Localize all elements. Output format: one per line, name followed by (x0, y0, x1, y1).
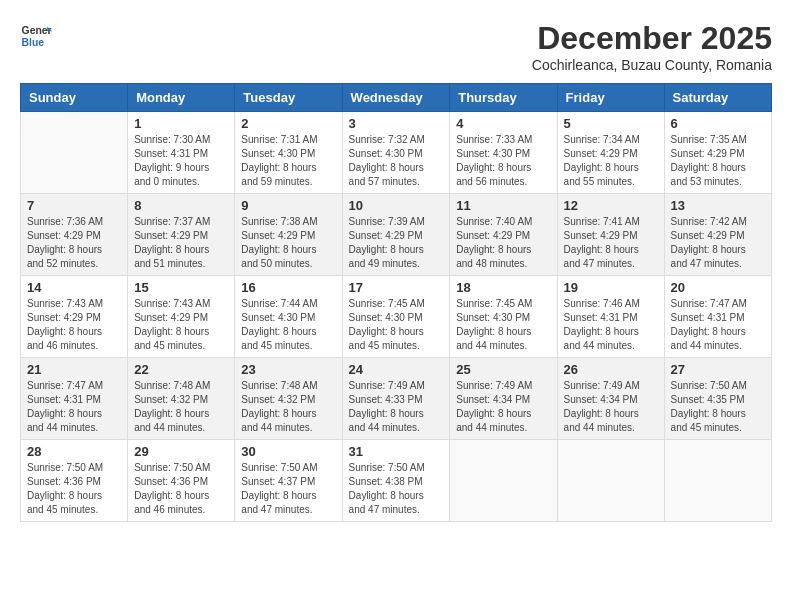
calendar-day-cell: 1Sunrise: 7:30 AMSunset: 4:31 PMDaylight… (128, 112, 235, 194)
day-info: Sunrise: 7:38 AMSunset: 4:29 PMDaylight:… (241, 215, 335, 271)
day-number: 6 (671, 116, 765, 131)
day-number: 30 (241, 444, 335, 459)
day-number: 11 (456, 198, 550, 213)
day-info: Sunrise: 7:50 AMSunset: 4:35 PMDaylight:… (671, 379, 765, 435)
logo: General Blue (20, 20, 52, 52)
calendar-day-cell: 23Sunrise: 7:48 AMSunset: 4:32 PMDayligh… (235, 358, 342, 440)
calendar-day-cell: 27Sunrise: 7:50 AMSunset: 4:35 PMDayligh… (664, 358, 771, 440)
calendar-day-cell (557, 440, 664, 522)
day-info: Sunrise: 7:43 AMSunset: 4:29 PMDaylight:… (27, 297, 121, 353)
day-number: 20 (671, 280, 765, 295)
calendar-week-row: 7Sunrise: 7:36 AMSunset: 4:29 PMDaylight… (21, 194, 772, 276)
day-info: Sunrise: 7:45 AMSunset: 4:30 PMDaylight:… (456, 297, 550, 353)
day-info: Sunrise: 7:36 AMSunset: 4:29 PMDaylight:… (27, 215, 121, 271)
day-number: 2 (241, 116, 335, 131)
location-subtitle: Cochirleanca, Buzau County, Romania (532, 57, 772, 73)
day-number: 8 (134, 198, 228, 213)
calendar-day-cell: 12Sunrise: 7:41 AMSunset: 4:29 PMDayligh… (557, 194, 664, 276)
calendar-day-cell: 9Sunrise: 7:38 AMSunset: 4:29 PMDaylight… (235, 194, 342, 276)
day-info: Sunrise: 7:43 AMSunset: 4:29 PMDaylight:… (134, 297, 228, 353)
calendar-day-cell: 17Sunrise: 7:45 AMSunset: 4:30 PMDayligh… (342, 276, 450, 358)
day-number: 19 (564, 280, 658, 295)
calendar-table: SundayMondayTuesdayWednesdayThursdayFrid… (20, 83, 772, 522)
day-info: Sunrise: 7:33 AMSunset: 4:30 PMDaylight:… (456, 133, 550, 189)
column-header-wednesday: Wednesday (342, 84, 450, 112)
calendar-day-cell: 14Sunrise: 7:43 AMSunset: 4:29 PMDayligh… (21, 276, 128, 358)
calendar-week-row: 1Sunrise: 7:30 AMSunset: 4:31 PMDaylight… (21, 112, 772, 194)
column-header-monday: Monday (128, 84, 235, 112)
day-info: Sunrise: 7:34 AMSunset: 4:29 PMDaylight:… (564, 133, 658, 189)
day-info: Sunrise: 7:50 AMSunset: 4:36 PMDaylight:… (134, 461, 228, 517)
day-info: Sunrise: 7:46 AMSunset: 4:31 PMDaylight:… (564, 297, 658, 353)
title-block: December 2025 Cochirleanca, Buzau County… (532, 20, 772, 73)
day-number: 26 (564, 362, 658, 377)
day-number: 29 (134, 444, 228, 459)
calendar-day-cell: 13Sunrise: 7:42 AMSunset: 4:29 PMDayligh… (664, 194, 771, 276)
logo-icon: General Blue (20, 20, 52, 52)
day-number: 24 (349, 362, 444, 377)
day-number: 10 (349, 198, 444, 213)
day-info: Sunrise: 7:48 AMSunset: 4:32 PMDaylight:… (134, 379, 228, 435)
day-info: Sunrise: 7:49 AMSunset: 4:33 PMDaylight:… (349, 379, 444, 435)
day-number: 1 (134, 116, 228, 131)
calendar-day-cell: 3Sunrise: 7:32 AMSunset: 4:30 PMDaylight… (342, 112, 450, 194)
day-number: 12 (564, 198, 658, 213)
column-header-saturday: Saturday (664, 84, 771, 112)
day-info: Sunrise: 7:31 AMSunset: 4:30 PMDaylight:… (241, 133, 335, 189)
column-header-friday: Friday (557, 84, 664, 112)
day-number: 22 (134, 362, 228, 377)
calendar-day-cell: 16Sunrise: 7:44 AMSunset: 4:30 PMDayligh… (235, 276, 342, 358)
calendar-day-cell: 26Sunrise: 7:49 AMSunset: 4:34 PMDayligh… (557, 358, 664, 440)
day-number: 16 (241, 280, 335, 295)
calendar-day-cell: 19Sunrise: 7:46 AMSunset: 4:31 PMDayligh… (557, 276, 664, 358)
day-number: 13 (671, 198, 765, 213)
day-number: 25 (456, 362, 550, 377)
calendar-day-cell: 2Sunrise: 7:31 AMSunset: 4:30 PMDaylight… (235, 112, 342, 194)
day-info: Sunrise: 7:49 AMSunset: 4:34 PMDaylight:… (564, 379, 658, 435)
day-info: Sunrise: 7:41 AMSunset: 4:29 PMDaylight:… (564, 215, 658, 271)
calendar-day-cell: 8Sunrise: 7:37 AMSunset: 4:29 PMDaylight… (128, 194, 235, 276)
calendar-day-cell: 22Sunrise: 7:48 AMSunset: 4:32 PMDayligh… (128, 358, 235, 440)
calendar-day-cell: 25Sunrise: 7:49 AMSunset: 4:34 PMDayligh… (450, 358, 557, 440)
calendar-day-cell: 7Sunrise: 7:36 AMSunset: 4:29 PMDaylight… (21, 194, 128, 276)
calendar-day-cell: 5Sunrise: 7:34 AMSunset: 4:29 PMDaylight… (557, 112, 664, 194)
day-number: 5 (564, 116, 658, 131)
day-number: 18 (456, 280, 550, 295)
calendar-day-cell (21, 112, 128, 194)
calendar-week-row: 21Sunrise: 7:47 AMSunset: 4:31 PMDayligh… (21, 358, 772, 440)
day-info: Sunrise: 7:37 AMSunset: 4:29 PMDaylight:… (134, 215, 228, 271)
calendar-day-cell: 20Sunrise: 7:47 AMSunset: 4:31 PMDayligh… (664, 276, 771, 358)
day-info: Sunrise: 7:47 AMSunset: 4:31 PMDaylight:… (27, 379, 121, 435)
header-row: SundayMondayTuesdayWednesdayThursdayFrid… (21, 84, 772, 112)
day-number: 17 (349, 280, 444, 295)
day-info: Sunrise: 7:35 AMSunset: 4:29 PMDaylight:… (671, 133, 765, 189)
day-number: 3 (349, 116, 444, 131)
day-number: 4 (456, 116, 550, 131)
column-header-tuesday: Tuesday (235, 84, 342, 112)
day-info: Sunrise: 7:50 AMSunset: 4:36 PMDaylight:… (27, 461, 121, 517)
calendar-day-cell: 4Sunrise: 7:33 AMSunset: 4:30 PMDaylight… (450, 112, 557, 194)
calendar-day-cell: 15Sunrise: 7:43 AMSunset: 4:29 PMDayligh… (128, 276, 235, 358)
calendar-week-row: 28Sunrise: 7:50 AMSunset: 4:36 PMDayligh… (21, 440, 772, 522)
day-info: Sunrise: 7:49 AMSunset: 4:34 PMDaylight:… (456, 379, 550, 435)
day-info: Sunrise: 7:32 AMSunset: 4:30 PMDaylight:… (349, 133, 444, 189)
day-info: Sunrise: 7:44 AMSunset: 4:30 PMDaylight:… (241, 297, 335, 353)
day-info: Sunrise: 7:42 AMSunset: 4:29 PMDaylight:… (671, 215, 765, 271)
day-number: 15 (134, 280, 228, 295)
day-info: Sunrise: 7:39 AMSunset: 4:29 PMDaylight:… (349, 215, 444, 271)
day-number: 21 (27, 362, 121, 377)
month-title: December 2025 (532, 20, 772, 57)
day-info: Sunrise: 7:50 AMSunset: 4:37 PMDaylight:… (241, 461, 335, 517)
day-info: Sunrise: 7:47 AMSunset: 4:31 PMDaylight:… (671, 297, 765, 353)
day-number: 9 (241, 198, 335, 213)
calendar-day-cell: 11Sunrise: 7:40 AMSunset: 4:29 PMDayligh… (450, 194, 557, 276)
calendar-day-cell: 29Sunrise: 7:50 AMSunset: 4:36 PMDayligh… (128, 440, 235, 522)
calendar-day-cell: 6Sunrise: 7:35 AMSunset: 4:29 PMDaylight… (664, 112, 771, 194)
page-header: General Blue December 2025 Cochirleanca,… (20, 20, 772, 73)
column-header-sunday: Sunday (21, 84, 128, 112)
day-number: 27 (671, 362, 765, 377)
calendar-day-cell: 28Sunrise: 7:50 AMSunset: 4:36 PMDayligh… (21, 440, 128, 522)
day-number: 28 (27, 444, 121, 459)
calendar-day-cell (664, 440, 771, 522)
calendar-day-cell (450, 440, 557, 522)
